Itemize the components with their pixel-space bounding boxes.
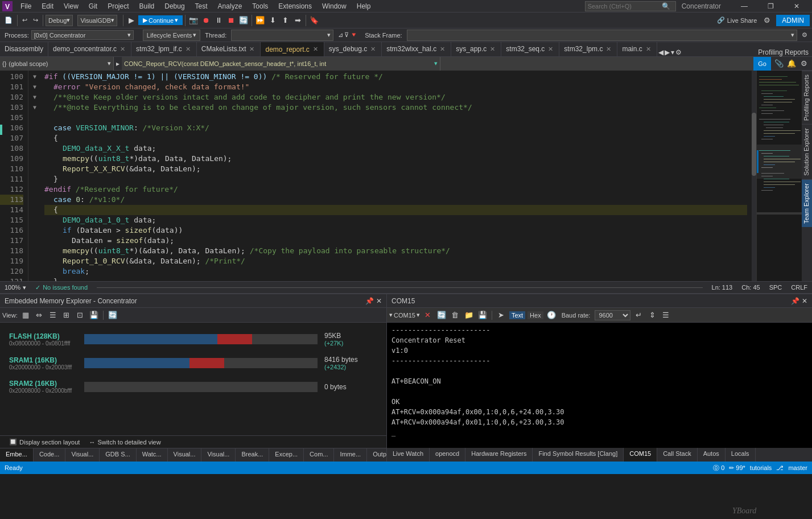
tab-visual1[interactable]: Visual... xyxy=(65,448,100,462)
save-icon[interactable]: 💾 xyxy=(88,310,100,321)
display-section-button[interactable]: 🔲 Display section layout xyxy=(9,438,80,446)
clear-com-icon[interactable]: 🗑 xyxy=(450,310,461,321)
refresh-icon[interactable]: 🔄 xyxy=(238,15,249,26)
newline-icon[interactable]: ↵ xyxy=(633,310,644,321)
debug-tab-call-stack[interactable]: Call Stack xyxy=(657,448,698,462)
lifecycle-dropdown[interactable]: Lifecycle Events ▾ xyxy=(143,30,200,41)
com-port-dropdown[interactable]: ▾ xyxy=(417,311,420,319)
tab-output[interactable]: Output xyxy=(367,448,386,462)
tab-com[interactable]: Com... xyxy=(304,448,334,462)
next-tab-icon[interactable]: ▶ xyxy=(665,48,670,56)
close-icon[interactable]: ✕ xyxy=(439,45,446,53)
tab-code[interactable]: Code... xyxy=(34,448,65,462)
vertical-scrollbar[interactable] xyxy=(752,71,756,281)
play-icon[interactable]: ▶ xyxy=(126,15,137,26)
tab-main[interactable]: main.c ✕ xyxy=(617,42,657,56)
nav-prev-icon[interactable]: 📎 xyxy=(773,58,785,69)
menu-file[interactable]: File xyxy=(16,1,36,11)
expand-icon[interactable]: ⇔ xyxy=(34,310,45,321)
close-panel-icon[interactable]: ✕ xyxy=(376,297,382,305)
clock-icon[interactable]: 🕐 xyxy=(546,310,557,321)
scope-dropdown[interactable]: {} (global scope) ▾ xyxy=(0,57,114,71)
pin-com-icon[interactable]: 📌 xyxy=(791,297,799,305)
menu-debug[interactable]: Debug xyxy=(160,1,189,11)
tab-embedded[interactable]: Embe... xyxy=(0,448,34,462)
filter-icon[interactable]: ⊡ xyxy=(75,310,86,321)
admin-button[interactable]: ADMIN xyxy=(776,15,810,26)
process-dropdown[interactable]: [0x0] Concentrator ▾ xyxy=(31,30,134,40)
tab-demo-report[interactable]: demo_report.c ✕ xyxy=(261,42,324,56)
bookmark-icon[interactable]: 🔖 xyxy=(308,15,320,26)
close-icon[interactable]: ✕ xyxy=(489,45,496,53)
close-icon[interactable]: ✕ xyxy=(312,45,319,53)
close-icon[interactable]: ✕ xyxy=(119,45,126,53)
close-icon[interactable]: ✕ xyxy=(547,45,554,53)
run-to-cursor-icon[interactable]: ➡ xyxy=(292,15,303,26)
tab-stm32-seq[interactable]: stm32_seq.c ✕ xyxy=(501,42,559,56)
menu-build[interactable]: Build xyxy=(135,1,159,11)
nav-next-icon[interactable]: 🔔 xyxy=(786,58,797,69)
debug-config-dropdown[interactable]: Debug ▾ xyxy=(46,15,73,26)
menu-test[interactable]: Test xyxy=(191,1,212,11)
tab-disassembly[interactable]: Disassembly xyxy=(0,42,48,56)
baud-rate-dropdown[interactable]: 9600 115200 38400 xyxy=(595,310,630,320)
chart-icon[interactable]: ▦ xyxy=(20,310,31,321)
open-file-icon[interactable]: 📁 xyxy=(463,310,475,321)
scrollbar-thumb[interactable] xyxy=(752,113,756,176)
step-out-icon[interactable]: ⬆ xyxy=(279,15,291,26)
function-dropdown[interactable]: CONC_Report_RCV(const DEMO_packet_sensor… xyxy=(122,57,440,71)
debug-tab-find-symbol[interactable]: Find Symbol Results [Clang] xyxy=(533,448,624,462)
tab-demo-concentrator[interactable]: demo_concentrator.c ✕ xyxy=(48,42,131,56)
profiling-reports-label[interactable]: Profiling Reports xyxy=(755,48,812,56)
tab-break[interactable]: Break... xyxy=(236,448,269,462)
step-forward-icon[interactable]: ⏩ xyxy=(254,15,266,26)
code-content[interactable]: ▼ ▼ ▼ xyxy=(28,71,752,281)
nav-options-icon[interactable]: ⚙ xyxy=(798,58,810,69)
hex-button[interactable]: Hex xyxy=(527,311,543,319)
close-icon[interactable]: ✕ xyxy=(605,45,612,53)
close-com-icon[interactable]: ✕ xyxy=(802,297,807,305)
zoom-control[interactable]: 100% ▾ xyxy=(5,284,26,291)
prev-tab-icon[interactable]: ◀ xyxy=(658,48,663,56)
pause-icon[interactable]: ⏸ xyxy=(213,15,224,26)
debug-tab-com15[interactable]: COM15 xyxy=(624,448,657,462)
tab-stm32wlxx-hal[interactable]: stm32wlxx_hal.c ✕ xyxy=(382,42,451,56)
search-box[interactable]: 🔍 xyxy=(585,1,676,11)
grid-icon[interactable]: ⊞ xyxy=(61,310,72,321)
tab-except[interactable]: Excep... xyxy=(269,448,304,462)
pin-icon[interactable]: 📌 xyxy=(365,297,374,305)
send-icon[interactable]: ➤ xyxy=(496,310,507,321)
refresh-memory-icon[interactable]: 🔄 xyxy=(107,310,118,321)
settings-com-icon[interactable]: ☰ xyxy=(660,310,671,321)
record-icon[interactable]: ⏺ xyxy=(200,15,212,26)
continue-button[interactable]: ▶ Continue▾ xyxy=(138,15,183,25)
menu-edit[interactable]: Edit xyxy=(37,1,58,11)
debug-tab-locals[interactable]: Locals xyxy=(726,448,756,462)
menu-analyze[interactable]: Analyze xyxy=(213,1,247,11)
tab-visual3[interactable]: Visual... xyxy=(201,448,236,462)
tutorials-link[interactable]: tutorials xyxy=(750,464,772,471)
tab-visual2[interactable]: Visual... xyxy=(168,448,202,462)
tab-settings-icon[interactable]: ⚙ xyxy=(675,48,682,56)
search-input[interactable] xyxy=(588,3,662,10)
go-button[interactable]: Go xyxy=(753,57,771,71)
stop-icon[interactable]: ⏹ xyxy=(225,15,237,26)
debug-tab-openocd[interactable]: openocd xyxy=(430,448,465,462)
tab-stm32-lpm-if[interactable]: stm32_lpm_if.c ✕ xyxy=(131,42,197,56)
save-com-icon[interactable]: 💾 xyxy=(477,310,488,321)
toolbar-redo[interactable]: ↪ xyxy=(31,15,40,25)
debug-tab-autos[interactable]: Autos xyxy=(698,448,726,462)
menu-help[interactable]: Help xyxy=(352,1,376,11)
camera-icon[interactable]: 📷 xyxy=(188,15,199,26)
tab-watch[interactable]: Watc... xyxy=(137,448,168,462)
debug-tab-hw-registers[interactable]: Hardware Registers xyxy=(465,448,533,462)
tab-cmake[interactable]: CMakeLists.txt ✕ xyxy=(197,42,261,56)
profiling-reports-tab[interactable]: Profiling Reports xyxy=(802,71,812,124)
text-button[interactable]: Text xyxy=(509,311,525,319)
visualgdb-dropdown[interactable]: VisualGDB ▾ xyxy=(77,15,117,26)
menu-project[interactable]: Project xyxy=(103,1,133,11)
tab-list-icon[interactable]: ▾ xyxy=(671,48,674,56)
live-share-button[interactable]: 🔗 Live Share xyxy=(714,15,761,25)
tab-sys-debug[interactable]: sys_debug.c ✕ xyxy=(324,42,382,56)
close-icon[interactable]: ✕ xyxy=(248,45,255,53)
